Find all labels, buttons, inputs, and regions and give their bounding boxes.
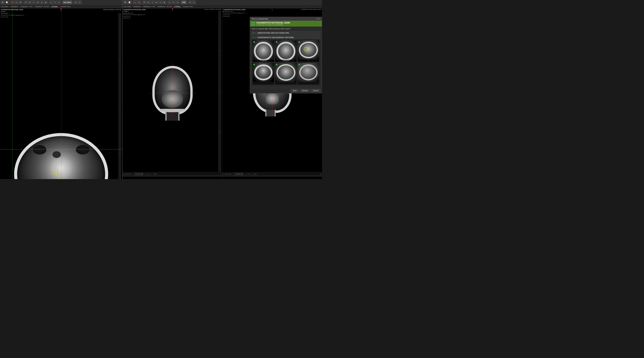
tool-icon-3: ◉ bbox=[12, 1, 13, 3]
dialog-title-text: There is unsaved data. bbox=[251, 18, 268, 20]
thumb-4-brain bbox=[253, 63, 274, 82]
tab-multiplanar-3dmip-right[interactable]: Multiplanar + 3D MIP bbox=[157, 6, 172, 8]
crosshair-green-v-left bbox=[12, 8, 12, 179]
sep-r-5 bbox=[187, 1, 188, 4]
scale-item-1: 1 bbox=[118, 14, 121, 60]
tool-btn-7[interactable]: ⊟ bbox=[28, 0, 32, 4]
tool-btn-2[interactable]: 📋 bbox=[5, 0, 9, 4]
thumb-6-annot: ★ bbox=[314, 67, 316, 68]
tool-r-btn-16[interactable]: ℹ bbox=[192, 0, 196, 4]
tool-icon-14: ⊘ bbox=[58, 2, 60, 3]
tab-key-views-left[interactable]: Key Views bbox=[1, 6, 9, 8]
cpr-button-left[interactable]: Key Views bbox=[62, 0, 72, 4]
tool-r-btn-14[interactable]: ⊘ bbox=[176, 0, 180, 4]
tool-r-icon-6: ☰ bbox=[144, 2, 145, 3]
filter-tl[interactable]: Thin MPR bbox=[134, 173, 144, 176]
discard-button[interactable]: Discard bbox=[300, 89, 310, 92]
thumb-3[interactable]: ✓ 1+ bbox=[298, 40, 319, 62]
tool-btn-1[interactable]: ⊞ bbox=[1, 0, 4, 4]
tool-btn-8[interactable]: ≡ bbox=[32, 0, 36, 4]
tool-icon-13: ✎ bbox=[54, 2, 56, 3]
thumb-1[interactable]: ✓ AUTO 1+, IMA 145 bbox=[252, 40, 274, 62]
tab-compare-thins-left[interactable]: Compare Thins bbox=[60, 6, 71, 8]
annotations-header[interactable]: ▶ ✓ ANNOTATIONS AND KEYVIEWS (PR) bbox=[252, 31, 320, 35]
tool-btn-14[interactable]: ⊘ bbox=[57, 0, 61, 4]
toolbar2-right: Key Views Multiplanar Multiplanar + VRT … bbox=[122, 5, 322, 8]
tab-multiplanar-left[interactable]: Multiplanar bbox=[10, 6, 19, 8]
roi-circle bbox=[53, 169, 58, 174]
screenshots-arrow: ▼ bbox=[253, 37, 254, 38]
thumb-6[interactable]: ★ ✓ bbox=[298, 63, 319, 85]
tool-btn-10[interactable]: ⊙ bbox=[40, 0, 44, 4]
tool-btn-4[interactable]: ⊡ bbox=[14, 0, 18, 4]
tool-r-btn-13[interactable]: ✎ bbox=[172, 0, 176, 4]
tool-btn-3[interactable]: ◉ bbox=[10, 0, 14, 4]
tab-multiplanar-3dmip-left[interactable]: Multiplanar + 3D MIP bbox=[34, 6, 50, 8]
tool-icon-5: ⊞ bbox=[20, 2, 21, 3]
tool-btn-16[interactable]: ℹ bbox=[78, 0, 82, 4]
tool-r-btn-8[interactable]: ≡ bbox=[150, 0, 154, 4]
tab-multiplanar-right[interactable]: Multiplanar bbox=[133, 6, 142, 8]
viewer-quadrant-tr[interactable]: CHADDERTON NATHANAEL ANON ▶ 1951-Jan-01 … bbox=[222, 8, 322, 176]
tool-btn-9[interactable]: ⊕ bbox=[36, 0, 40, 4]
tool-r-btn-9[interactable]: ⊕ bbox=[154, 0, 158, 4]
red-top-marker bbox=[60, 8, 62, 10]
thumb-2[interactable]: ✓ 1+, IMA 145 bbox=[275, 40, 297, 62]
tool-r-icon-8: ≡ bbox=[152, 2, 153, 3]
screenshots-header[interactable]: ▼ ✓ SCREENSHOTS (SECONDARY CAPTURE) bbox=[252, 36, 320, 39]
tab-multiplanar-vrt-left[interactable]: Multiplanar + VRT bbox=[20, 6, 33, 8]
coronal-view[interactable] bbox=[122, 8, 222, 172]
tool-btn-5[interactable]: ⊞ bbox=[19, 0, 22, 4]
tool-r-btn-3[interactable]: ◉ bbox=[133, 0, 137, 4]
thumb-5-check: ✓ bbox=[276, 64, 278, 66]
vert-scale-tl bbox=[218, 11, 221, 172]
tab-key-views-right[interactable]: Key Views bbox=[123, 6, 132, 8]
thumb-5[interactable]: ✓ bbox=[275, 63, 297, 85]
thumb-1-auto: AUTO bbox=[270, 58, 274, 59]
tool-r-btn-4[interactable]: ⊡ bbox=[137, 0, 141, 4]
tool-r-btn-10[interactable]: ⊙ bbox=[158, 0, 162, 4]
thumb-4[interactable]: ✓ bbox=[252, 63, 274, 85]
tab-4phases-left[interactable]: 4 Phases bbox=[51, 6, 58, 8]
tool-btn-15[interactable]: ⚙ bbox=[74, 0, 78, 4]
tool-btn-13[interactable]: ✎ bbox=[53, 0, 57, 4]
toolbar2-left: Key Views Multiplanar Multiplanar + VRT … bbox=[0, 5, 122, 8]
sep-r-4 bbox=[180, 1, 180, 4]
tab-4phases-right[interactable]: 4 Phases bbox=[173, 6, 181, 8]
nasal-area bbox=[52, 151, 61, 158]
tab-multiplanar-vrt-right[interactable]: Multiplanar + VRT bbox=[142, 6, 156, 8]
tool-r-icon-10: ⊙ bbox=[160, 2, 161, 3]
viewer-quadrant-bl[interactable]: C:283 W:756 Thin MPR 1.2 mm bbox=[122, 176, 222, 179]
save-button[interactable]: Save bbox=[290, 89, 299, 92]
zoom-tr: 186% bbox=[253, 173, 257, 175]
viewer-main-left[interactable]: CHADDERTON NATHANAEL ANON 43.338_1 2006-… bbox=[0, 8, 122, 179]
tool-r-btn-12[interactable]: ▷ bbox=[168, 0, 172, 4]
tool-r-btn-2[interactable]: 📋 bbox=[127, 0, 132, 4]
dialog-gender: M bbox=[256, 24, 258, 26]
thumb-3-brain bbox=[298, 40, 319, 59]
annotations-arrow: ▶ bbox=[253, 32, 254, 34]
cpr-button-right[interactable]: CPR bbox=[181, 0, 186, 4]
thumb-1-label: 1+, IMA 145 bbox=[253, 60, 274, 62]
visage-label-tr: CHADDERTON NATHANAEL ANON bbox=[301, 9, 321, 10]
viewer-quadrant-tl[interactable]: CHADDERTON NATHANAEL ANON 43.338_1 ▶ 195… bbox=[122, 8, 222, 176]
dialog-expand-btn[interactable]: ⊡ bbox=[316, 18, 318, 20]
tool-r-btn-7[interactable]: ⊟ bbox=[146, 0, 150, 4]
tool-r-btn-11[interactable]: ◐ bbox=[162, 0, 166, 4]
tool-icon-8: ≡ bbox=[33, 2, 34, 3]
eye-socket-r bbox=[76, 145, 89, 154]
tool-btn-11[interactable]: ◐ bbox=[44, 0, 48, 4]
tool-btn-6[interactable]: ☰ bbox=[24, 0, 28, 4]
viewer-quadrant-br[interactable]: C:283 W:756 Thin MPR 1.2 mm bbox=[222, 176, 322, 179]
thumbnails-grid: ✓ AUTO 1+, IMA 145 bbox=[252, 39, 320, 86]
tool-btn-12[interactable]: ▷ bbox=[49, 0, 53, 4]
tab-compare-thins-right[interactable]: Compare Thins bbox=[182, 6, 194, 8]
tool-r-btn-1[interactable]: ⊞ bbox=[123, 0, 127, 4]
cancel-button[interactable]: Cancel bbox=[311, 89, 320, 92]
tool-r-btn-15[interactable]: ⚙ bbox=[188, 0, 192, 4]
eye-socket-l bbox=[33, 145, 46, 154]
tool-r-btn-6[interactable]: ☰ bbox=[142, 0, 146, 4]
dialog-close-btn[interactable]: ✕ bbox=[319, 18, 320, 20]
sep-r-1 bbox=[132, 1, 132, 4]
filter-tr[interactable]: Thin MPR bbox=[234, 173, 243, 176]
